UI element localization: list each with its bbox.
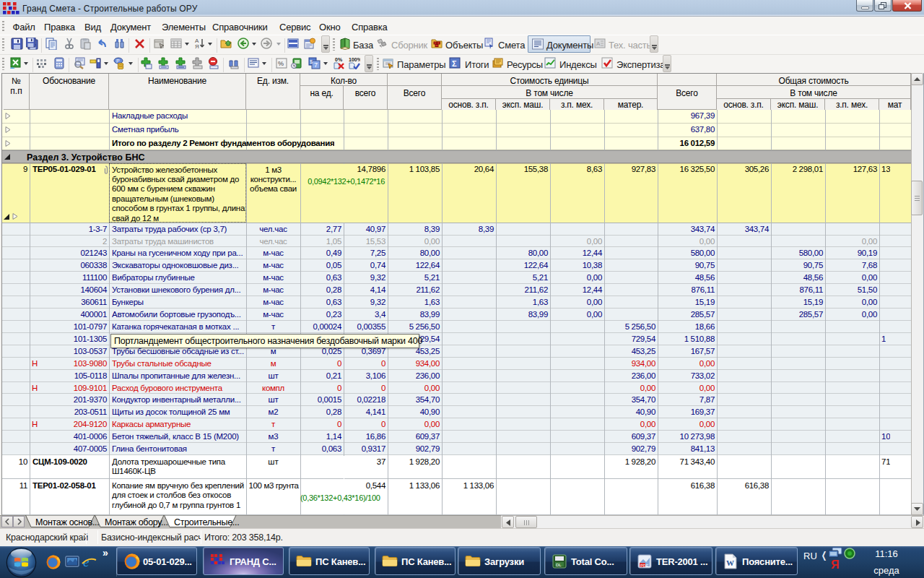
- svg-text:W: W: [726, 558, 734, 567]
- svg-text:Σ: Σ: [452, 59, 457, 68]
- svg-text:A: A: [596, 40, 601, 47]
- svg-text:7: 7: [314, 61, 318, 69]
- svg-text:PDF: PDF: [640, 564, 649, 568]
- svg-text:%: %: [278, 60, 284, 67]
- svg-text:Я: Я: [195, 43, 199, 50]
- svg-text:100%: 100%: [349, 57, 360, 62]
- svg-text:0%: 0%: [335, 57, 343, 62]
- svg-text:$: $: [310, 59, 313, 64]
- svg-text:DL: DL: [556, 563, 562, 567]
